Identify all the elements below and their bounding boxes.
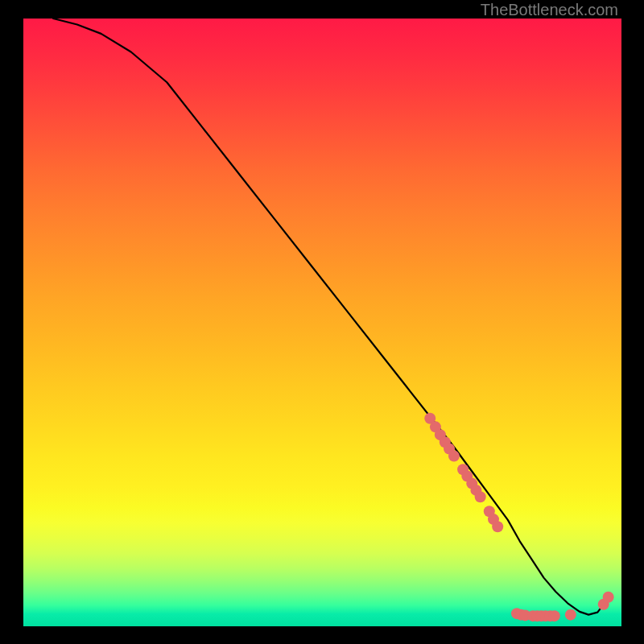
chart-marker bbox=[531, 610, 543, 621]
chart-marker bbox=[457, 464, 469, 475]
chart-marker bbox=[435, 429, 446, 440]
chart-marker bbox=[603, 592, 614, 603]
chart-marker bbox=[535, 610, 547, 621]
chart-marker bbox=[511, 608, 522, 619]
watermark-label: TheBottleneck.com bbox=[481, 1, 618, 19]
chart-marker bbox=[527, 610, 539, 621]
chart-marker bbox=[540, 610, 551, 621]
chart-marker bbox=[424, 413, 436, 424]
chart-marker bbox=[519, 609, 530, 621]
chart-marker bbox=[545, 610, 556, 621]
chart-marker bbox=[565, 609, 576, 621]
chart-marker bbox=[430, 421, 441, 432]
chart-marker bbox=[448, 451, 460, 462]
chart-marker bbox=[515, 609, 526, 621]
chart-overlay bbox=[23, 19, 621, 626]
chart-marker bbox=[470, 485, 481, 496]
chart-marker bbox=[466, 478, 477, 489]
chart-plot-area bbox=[23, 19, 621, 626]
chart-marker bbox=[475, 491, 486, 502]
chart-line bbox=[53, 19, 609, 615]
chart-marker bbox=[444, 444, 455, 455]
chart-marker bbox=[598, 599, 609, 610]
chart-marker bbox=[484, 506, 495, 517]
chart-marker bbox=[549, 610, 560, 621]
chart-marker bbox=[488, 514, 499, 525]
chart-marker bbox=[461, 471, 473, 482]
chart-line-group bbox=[53, 19, 609, 615]
chart-marker bbox=[440, 436, 451, 448]
chart-markers bbox=[424, 413, 613, 621]
chart-marker bbox=[492, 521, 503, 532]
